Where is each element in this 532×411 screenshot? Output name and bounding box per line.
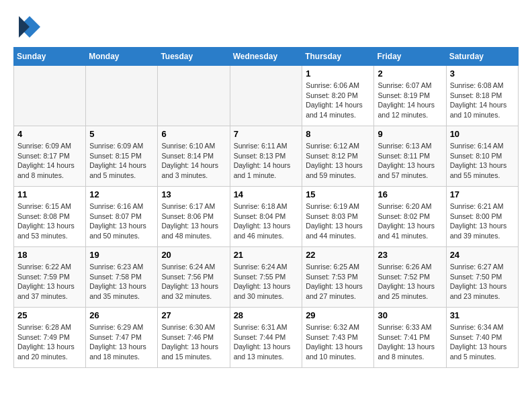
day-number: 14	[234, 189, 299, 199]
calendar-header-row: SundayMondayTuesdayWednesdayThursdayFrid…	[14, 48, 519, 66]
calendar-cell: 25Sunrise: 6:28 AM Sunset: 7:49 PM Dayli…	[14, 308, 86, 368]
cell-content: Sunrise: 6:23 AM Sunset: 7:58 PM Dayligh…	[89, 262, 154, 302]
day-number: 11	[17, 189, 82, 199]
calendar-cell: 3Sunrise: 6:08 AM Sunset: 8:18 PM Daylig…	[446, 66, 518, 126]
day-number: 16	[378, 189, 442, 199]
calendar-cell: 18Sunrise: 6:22 AM Sunset: 7:59 PM Dayli…	[14, 247, 86, 308]
day-header-wednesday: Wednesday	[230, 48, 302, 66]
calendar-cell: 20Sunrise: 6:24 AM Sunset: 7:56 PM Dayli…	[158, 247, 230, 308]
calendar-cell: 1Sunrise: 6:06 AM Sunset: 8:20 PM Daylig…	[302, 66, 374, 126]
day-number: 30	[378, 310, 442, 320]
day-number: 19	[89, 250, 154, 260]
calendar-cell: 26Sunrise: 6:29 AM Sunset: 7:47 PM Dayli…	[86, 308, 158, 368]
calendar-cell	[230, 66, 302, 126]
calendar-cell: 27Sunrise: 6:30 AM Sunset: 7:46 PM Dayli…	[158, 308, 230, 368]
calendar-week-row: 1Sunrise: 6:06 AM Sunset: 8:20 PM Daylig…	[14, 66, 519, 126]
cell-content: Sunrise: 6:24 AM Sunset: 7:55 PM Dayligh…	[234, 262, 299, 302]
calendar-cell: 22Sunrise: 6:25 AM Sunset: 7:53 PM Dayli…	[302, 247, 374, 308]
day-number: 4	[17, 129, 82, 139]
day-number: 2	[378, 68, 442, 79]
day-header-thursday: Thursday	[302, 48, 374, 66]
calendar-cell: 28Sunrise: 6:31 AM Sunset: 7:44 PM Dayli…	[230, 308, 302, 368]
cell-content: Sunrise: 6:33 AM Sunset: 7:41 PM Dayligh…	[378, 322, 442, 362]
cell-content: Sunrise: 6:06 AM Sunset: 8:20 PM Dayligh…	[306, 81, 370, 120]
calendar-cell: 31Sunrise: 6:34 AM Sunset: 7:40 PM Dayli…	[446, 308, 518, 368]
cell-content: Sunrise: 6:30 AM Sunset: 7:46 PM Dayligh…	[161, 322, 226, 362]
day-number: 22	[306, 250, 370, 260]
cell-content: Sunrise: 6:17 AM Sunset: 8:06 PM Dayligh…	[161, 201, 226, 241]
calendar-cell	[86, 66, 158, 126]
cell-content: Sunrise: 6:13 AM Sunset: 8:11 PM Dayligh…	[378, 141, 442, 181]
header	[13, 13, 519, 40]
cell-content: Sunrise: 6:14 AM Sunset: 8:10 PM Dayligh…	[450, 141, 515, 181]
day-number: 6	[161, 129, 226, 139]
day-number: 20	[161, 250, 226, 260]
calendar-cell: 12Sunrise: 6:16 AM Sunset: 8:07 PM Dayli…	[86, 187, 158, 247]
calendar-week-row: 11Sunrise: 6:15 AM Sunset: 8:08 PM Dayli…	[14, 187, 519, 247]
cell-content: Sunrise: 6:24 AM Sunset: 7:56 PM Dayligh…	[161, 262, 226, 302]
day-number: 12	[89, 189, 154, 199]
cell-content: Sunrise: 6:26 AM Sunset: 7:52 PM Dayligh…	[378, 262, 442, 302]
cell-content: Sunrise: 6:32 AM Sunset: 7:43 PM Dayligh…	[306, 322, 370, 362]
logo	[13, 13, 44, 40]
cell-content: Sunrise: 6:18 AM Sunset: 8:04 PM Dayligh…	[234, 201, 299, 241]
day-number: 7	[234, 129, 299, 139]
day-number: 8	[306, 129, 370, 139]
cell-content: Sunrise: 6:09 AM Sunset: 8:15 PM Dayligh…	[89, 141, 154, 181]
calendar-cell: 6Sunrise: 6:10 AM Sunset: 8:14 PM Daylig…	[158, 126, 230, 187]
cell-content: Sunrise: 6:19 AM Sunset: 8:03 PM Dayligh…	[306, 201, 370, 241]
day-header-friday: Friday	[374, 48, 446, 66]
cell-content: Sunrise: 6:09 AM Sunset: 8:17 PM Dayligh…	[17, 141, 82, 181]
calendar-cell: 16Sunrise: 6:20 AM Sunset: 8:02 PM Dayli…	[374, 187, 446, 247]
logo-icon	[13, 13, 40, 40]
day-number: 15	[306, 189, 370, 199]
cell-content: Sunrise: 6:11 AM Sunset: 8:13 PM Dayligh…	[234, 141, 299, 181]
day-number: 29	[306, 310, 370, 320]
day-number: 23	[378, 250, 442, 260]
cell-content: Sunrise: 6:22 AM Sunset: 7:59 PM Dayligh…	[17, 262, 82, 302]
cell-content: Sunrise: 6:16 AM Sunset: 8:07 PM Dayligh…	[89, 201, 154, 241]
calendar-cell: 17Sunrise: 6:21 AM Sunset: 8:00 PM Dayli…	[446, 187, 518, 247]
day-header-sunday: Sunday	[14, 48, 86, 66]
calendar-cell: 13Sunrise: 6:17 AM Sunset: 8:06 PM Dayli…	[158, 187, 230, 247]
calendar-cell	[158, 66, 230, 126]
calendar-cell: 11Sunrise: 6:15 AM Sunset: 8:08 PM Dayli…	[14, 187, 86, 247]
cell-content: Sunrise: 6:10 AM Sunset: 8:14 PM Dayligh…	[161, 141, 226, 181]
calendar-cell: 2Sunrise: 6:07 AM Sunset: 8:19 PM Daylig…	[374, 66, 446, 126]
day-number: 24	[450, 250, 515, 260]
calendar-cell	[14, 66, 86, 126]
cell-content: Sunrise: 6:15 AM Sunset: 8:08 PM Dayligh…	[17, 201, 82, 241]
calendar-cell: 4Sunrise: 6:09 AM Sunset: 8:17 PM Daylig…	[14, 126, 86, 187]
calendar-table: SundayMondayTuesdayWednesdayThursdayFrid…	[13, 47, 519, 368]
day-number: 9	[378, 129, 442, 139]
calendar-cell: 8Sunrise: 6:12 AM Sunset: 8:12 PM Daylig…	[302, 126, 374, 187]
day-number: 18	[17, 250, 82, 260]
cell-content: Sunrise: 6:12 AM Sunset: 8:12 PM Dayligh…	[306, 141, 370, 181]
day-number: 31	[450, 310, 515, 320]
calendar-cell: 30Sunrise: 6:33 AM Sunset: 7:41 PM Dayli…	[374, 308, 446, 368]
day-number: 27	[161, 310, 226, 320]
day-number: 26	[89, 310, 154, 320]
cell-content: Sunrise: 6:08 AM Sunset: 8:18 PM Dayligh…	[450, 81, 515, 120]
calendar-cell: 21Sunrise: 6:24 AM Sunset: 7:55 PM Dayli…	[230, 247, 302, 308]
day-header-monday: Monday	[86, 48, 158, 66]
calendar-cell: 5Sunrise: 6:09 AM Sunset: 8:15 PM Daylig…	[86, 126, 158, 187]
cell-content: Sunrise: 6:31 AM Sunset: 7:44 PM Dayligh…	[234, 322, 299, 362]
calendar-cell: 7Sunrise: 6:11 AM Sunset: 8:13 PM Daylig…	[230, 126, 302, 187]
calendar-cell: 23Sunrise: 6:26 AM Sunset: 7:52 PM Dayli…	[374, 247, 446, 308]
cell-content: Sunrise: 6:25 AM Sunset: 7:53 PM Dayligh…	[306, 262, 370, 302]
cell-content: Sunrise: 6:20 AM Sunset: 8:02 PM Dayligh…	[378, 201, 442, 241]
day-number: 21	[234, 250, 299, 260]
day-number: 3	[450, 68, 515, 79]
calendar-week-row: 25Sunrise: 6:28 AM Sunset: 7:49 PM Dayli…	[14, 308, 519, 368]
cell-content: Sunrise: 6:21 AM Sunset: 8:00 PM Dayligh…	[450, 201, 515, 241]
day-number: 17	[450, 189, 515, 199]
day-number: 28	[234, 310, 299, 320]
calendar-cell: 19Sunrise: 6:23 AM Sunset: 7:58 PM Dayli…	[86, 247, 158, 308]
calendar-week-row: 18Sunrise: 6:22 AM Sunset: 7:59 PM Dayli…	[14, 247, 519, 308]
calendar-cell: 10Sunrise: 6:14 AM Sunset: 8:10 PM Dayli…	[446, 126, 518, 187]
calendar-cell: 24Sunrise: 6:27 AM Sunset: 7:50 PM Dayli…	[446, 247, 518, 308]
day-number: 1	[306, 68, 370, 79]
cell-content: Sunrise: 6:29 AM Sunset: 7:47 PM Dayligh…	[89, 322, 154, 362]
calendar-week-row: 4Sunrise: 6:09 AM Sunset: 8:17 PM Daylig…	[14, 126, 519, 187]
